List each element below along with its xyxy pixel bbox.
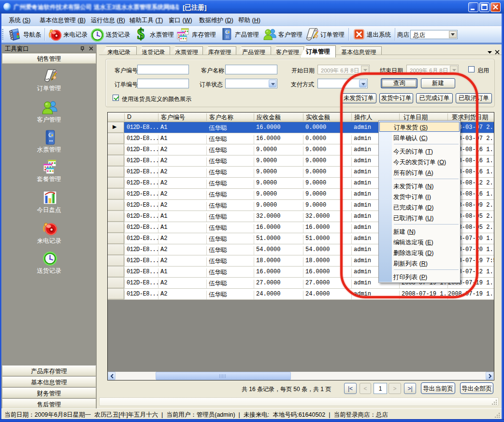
svg-text:$: $ xyxy=(137,27,144,41)
